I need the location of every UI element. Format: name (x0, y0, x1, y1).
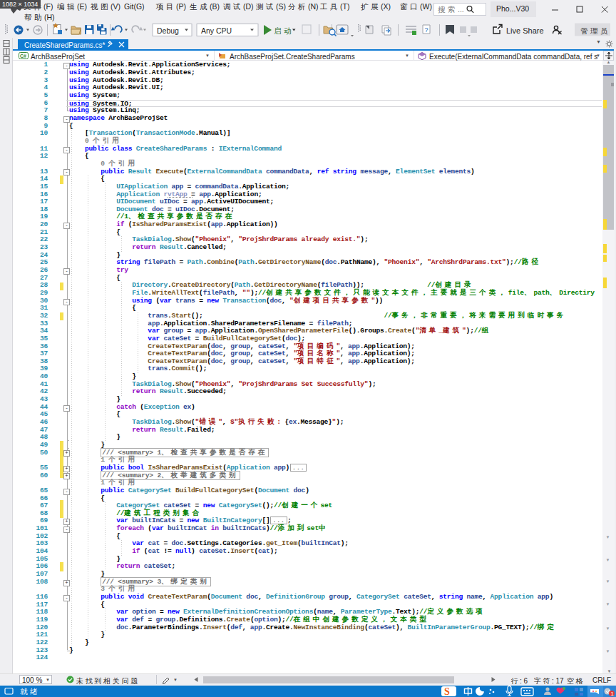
svg-text:C#: C# (20, 53, 26, 58)
svg-text:?: ? (425, 26, 428, 34)
svg-text:1: 1 (611, 691, 615, 697)
svg-text:S: S (444, 686, 450, 697)
